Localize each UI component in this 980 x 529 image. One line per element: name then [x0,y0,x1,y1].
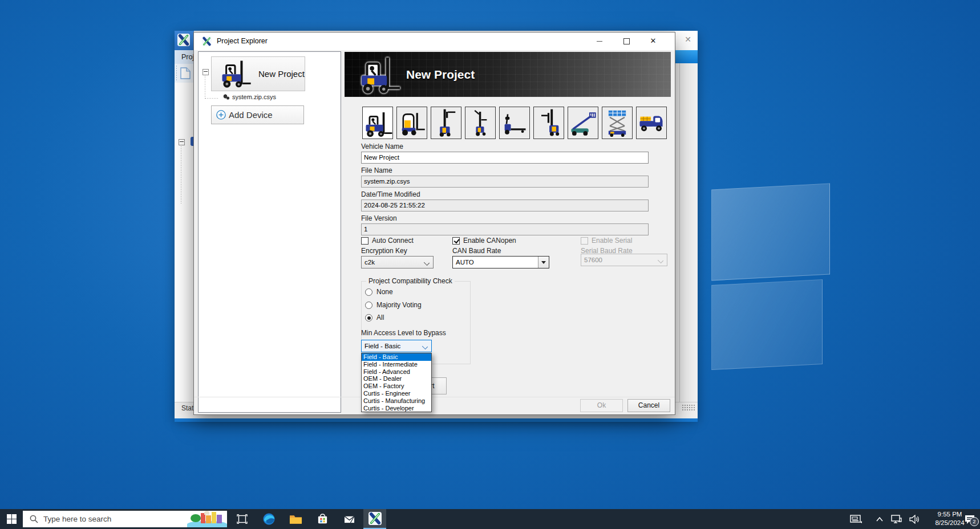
min-access-level-select[interactable]: Field - Basic [361,340,432,352]
banner-forklift-icon [357,55,400,95]
background-toolbar [175,64,194,83]
radio-majority-voting[interactable] [365,302,372,309]
chevron-down-icon [424,260,430,266]
touch-keyboard-icon [850,514,862,524]
file-name-input: system.zip.csys [361,176,649,188]
background-close-icon[interactable]: ✕ [685,35,691,44]
status-text: Status [181,404,195,412]
desktop: Project Status ✕ Projec [0,0,980,529]
curtis-app-button-active[interactable] [363,509,386,529]
windows-logo-icon [7,514,17,524]
dropdown-button-icon[interactable] [538,257,549,268]
tree-node-new-project[interactable]: New Project [211,56,305,91]
dropdown-option[interactable]: Curtis - Manufacturing [362,397,431,405]
store-icon [317,513,329,525]
edge-browser-button[interactable] [256,509,281,529]
vehicle-scissor-lift[interactable] [602,107,633,139]
enable-canopen-checkbox[interactable] [452,237,460,245]
dropdown-option[interactable]: OEM - Factory [362,382,431,390]
add-device-label: Add Device [229,106,273,124]
tree-file-label: system.zip.csys [232,93,276,100]
dropdown-option[interactable]: Field - Intermediate [362,361,431,368]
maximize-button[interactable] [615,32,638,49]
vehicle-boom-lift[interactable] [568,107,598,139]
cancel-button[interactable]: Cancel [627,399,670,412]
dropdown-option[interactable]: Field - Advanced [362,368,431,376]
menu-project[interactable]: Project [181,53,194,61]
dialog-app-icon [202,36,212,46]
project-banner: New Project [345,52,671,97]
add-device-button[interactable]: Add Device [211,105,304,124]
root-collapse-icon[interactable] [203,69,209,75]
tree-collapse-icon[interactable] [179,139,185,145]
vehicle-reach-truck[interactable] [431,107,461,139]
serial-baud-rate-value: 57600 [584,257,602,263]
speaker-icon [909,515,920,524]
min-access-level-value: Field - Basic [365,343,400,349]
curtis-app-icon [368,512,382,525]
auto-connect-checkbox[interactable] [361,237,368,245]
radio-majority-voting-label: Majority Voting [376,301,422,309]
dropdown-option[interactable]: OEM - Dealer [362,375,431,382]
tree-connector [205,76,205,99]
file-explorer-button[interactable] [283,509,308,529]
date-modified-label: Date/Time Modified [361,190,420,198]
network-button[interactable] [888,509,905,529]
file-version-input: 1 [361,223,649,235]
file-name-label: File Name [361,166,392,174]
hidden-icons-button[interactable] [872,509,888,529]
radio-none-label: None [376,288,393,296]
touch-keyboard-button[interactable] [847,509,866,529]
serial-baud-rate-select: 57600 [581,254,667,266]
vehicle-order-picker-stacker[interactable] [533,107,564,139]
vehicle-walkie-stacker[interactable] [465,107,496,139]
ok-button[interactable]: Ok [580,399,623,412]
radio-none[interactable] [365,288,372,296]
radio-all[interactable] [365,314,372,322]
close-button[interactable]: ✕ [642,32,665,49]
date-modified-input: 2024-08-25 21:55:22 [361,200,649,211]
search-weather-illustration[interactable] [187,511,227,527]
vehicle-pallet-truck[interactable] [499,107,530,139]
new-file-icon[interactable] [180,67,191,79]
mail-button[interactable] [337,509,362,529]
enable-canopen-label: Enable CANopen [463,237,516,245]
microsoft-store-button[interactable] [310,509,335,529]
vehicle-name-input[interactable]: New Project [361,152,649,164]
vehicle-three-wheel-compact-forklift[interactable] [396,107,427,139]
footer-divider [194,397,675,397]
can-baud-rate-label: CAN Baud Rate [452,247,501,255]
chevron-up-icon [876,517,883,522]
access-level-dropdown-list[interactable]: Field - Basic Field - Intermediate Field… [361,353,432,412]
edge-icon [262,512,276,526]
start-button[interactable] [0,509,23,529]
vehicle-tow-tractor[interactable] [636,107,667,139]
tree-node-system-file[interactable]: system.zip.csys [222,93,230,102]
notification-badge: 2 [970,517,979,526]
resize-grip[interactable] [682,404,695,411]
minimize-button[interactable] [588,32,611,49]
dropdown-option[interactable]: Curtis - Engineer [362,390,431,397]
background-bottom-border [175,418,698,422]
dropdown-option[interactable]: Curtis - Developer [362,405,431,412]
dialog-titlebar[interactable]: Project Explorer ✕ [194,32,675,50]
encryption-key-select[interactable]: c2k [361,256,434,268]
vehicle-sit-down-counterbalance-forklift[interactable] [362,107,393,139]
background-titlebar-right: ✕ [675,31,698,50]
taskbar: Type here to search [0,509,980,529]
background-window-titlebar [175,31,194,50]
app-logo-icon [177,34,190,46]
task-view-button[interactable] [229,509,254,529]
tree-connector-h [205,98,218,99]
background-menubar[interactable]: Project [175,50,194,64]
background-client-right [675,63,698,402]
taskbar-search[interactable]: Type here to search [23,511,227,527]
can-baud-rate-value: AUTO [456,259,474,266]
can-baud-rate-select[interactable]: AUTO [452,256,549,268]
project-explorer-dialog: Project Explorer ✕ New Project system.zi… [194,32,675,414]
device-file-icon [222,93,230,101]
banner-title: New Project [406,52,475,97]
encryption-key-value: c2k [365,259,375,266]
dropdown-option[interactable]: Field - Basic [362,353,431,361]
volume-button[interactable] [906,509,923,529]
